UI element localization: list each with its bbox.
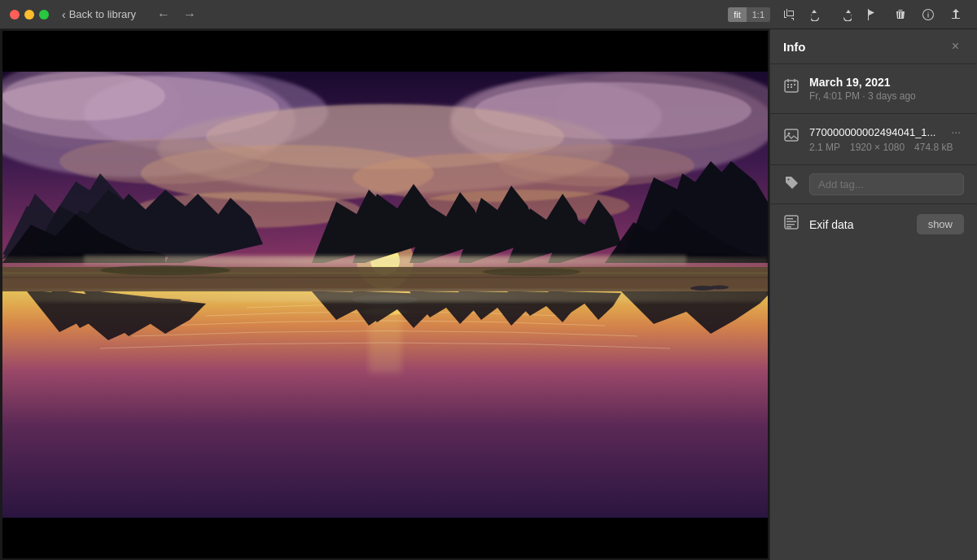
tag-section xyxy=(770,165,977,204)
svg-rect-64 xyxy=(2,31,768,72)
svg-point-20 xyxy=(499,144,694,186)
photo-date: March 19, 2021 xyxy=(809,76,964,89)
back-to-library-label: Back to library xyxy=(69,8,136,20)
share-button[interactable] xyxy=(944,5,967,24)
exif-section: Exif data show xyxy=(770,204,977,244)
image-icon xyxy=(783,127,800,147)
close-button[interactable] xyxy=(10,10,20,20)
svg-rect-69 xyxy=(794,84,795,85)
file-more-button[interactable]: ··· xyxy=(948,125,964,138)
svg-rect-67 xyxy=(787,84,789,85)
file-name: 770000000002494041_1... xyxy=(809,126,935,138)
file-megapixels: 2.1 MP xyxy=(809,142,840,153)
svg-rect-79 xyxy=(786,224,795,225)
svg-rect-68 xyxy=(791,84,792,85)
titlebar: ‹ Back to library ← → fit 1:1 xyxy=(0,0,977,29)
flag-button[interactable] xyxy=(861,5,884,24)
exif-icon xyxy=(783,214,800,234)
tag-icon xyxy=(783,174,800,195)
svg-rect-78 xyxy=(786,221,796,223)
landscape-image xyxy=(2,31,768,558)
svg-rect-44 xyxy=(2,277,768,278)
file-size: 474.8 kB xyxy=(914,142,953,153)
svg-point-19 xyxy=(59,138,271,184)
svg-rect-77 xyxy=(786,218,793,220)
svg-rect-61 xyxy=(2,290,768,302)
crop-button[interactable] xyxy=(778,5,801,24)
svg-rect-70 xyxy=(787,86,789,88)
svg-point-45 xyxy=(100,265,230,275)
tag-input[interactable] xyxy=(809,173,964,195)
nav-arrows: ← → xyxy=(152,6,201,24)
file-content: 770000000002494041_1... ··· 2.1 MP 1920 … xyxy=(809,125,964,153)
prev-button[interactable]: ← xyxy=(152,6,175,24)
date-section: March 19, 2021 Fr, 4:01 PM · 3 days ago xyxy=(770,64,977,114)
delete-button[interactable] xyxy=(889,5,912,24)
info-panel-header: Info × xyxy=(770,29,977,64)
info-panel-close-button[interactable]: × xyxy=(947,37,964,55)
photo-date-sub: Fr, 4:01 PM · 3 days ago xyxy=(809,90,964,102)
main-area: Info × March 19, 2021 Fr, 4:01 PM · xyxy=(0,29,977,560)
minimize-button[interactable] xyxy=(24,10,34,20)
zoom-fit-button[interactable]: fit xyxy=(728,7,747,22)
date-content: March 19, 2021 Fr, 4:01 PM · 3 days ago xyxy=(809,76,964,102)
svg-rect-65 xyxy=(2,518,768,558)
toolbar-icons: fit 1:1 xyxy=(728,5,967,24)
svg-rect-80 xyxy=(786,226,791,228)
svg-point-10 xyxy=(2,72,165,120)
info-button[interactable] xyxy=(917,5,940,24)
calendar-icon xyxy=(783,77,800,98)
svg-rect-41 xyxy=(84,255,686,265)
zoom-toggle: fit 1:1 xyxy=(728,7,770,22)
svg-point-46 xyxy=(483,268,581,276)
back-to-library-button[interactable]: ‹ Back to library xyxy=(62,8,136,21)
file-meta: 2.1 MP 1920 × 1080 474.8 kB xyxy=(809,142,964,153)
info-panel-title: Info xyxy=(783,40,806,54)
exif-label: Exif data xyxy=(809,218,907,231)
rotate-left-button[interactable] xyxy=(806,5,829,24)
info-panel: Info × March 19, 2021 Fr, 4:01 PM · xyxy=(769,29,977,560)
file-section: 770000000002494041_1... ··· 2.1 MP 1920 … xyxy=(770,114,977,165)
svg-rect-71 xyxy=(791,86,792,88)
zoom-full-button[interactable]: 1:1 xyxy=(747,7,770,22)
svg-point-63 xyxy=(709,286,729,290)
maximize-button[interactable] xyxy=(39,10,49,20)
rotate-right-button[interactable] xyxy=(834,5,857,24)
traffic-lights xyxy=(10,10,49,20)
back-chevron-icon: ‹ xyxy=(62,8,66,21)
file-dimensions: 1920 × 1080 xyxy=(850,142,905,153)
file-name-row: 770000000002494041_1... ··· xyxy=(809,125,964,138)
show-exif-button[interactable]: show xyxy=(917,214,964,234)
next-button[interactable]: → xyxy=(178,6,201,24)
svg-point-75 xyxy=(788,133,791,135)
photo-viewer[interactable] xyxy=(0,29,769,560)
